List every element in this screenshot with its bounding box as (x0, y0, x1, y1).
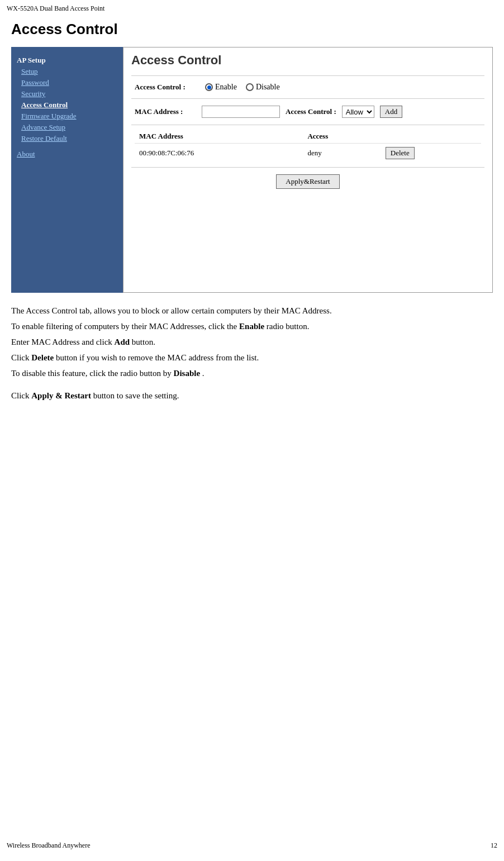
enable-radio-option[interactable]: Enable (205, 83, 237, 92)
content-area: AP Setup Setup Password Security Access … (11, 47, 493, 293)
sidebar-item-firmware-upgrade[interactable]: Firmware Upgrade (11, 111, 123, 122)
table-header-action (381, 130, 481, 144)
sidebar-section-label: AP Setup (11, 53, 123, 66)
desc-line3: Enter MAC Address and click Add button. (11, 335, 493, 349)
mac-address-row: MAC Address : Access Control : Allow Den… (131, 98, 484, 125)
mac-address-input[interactable] (202, 106, 280, 118)
sidebar-item-restore-default[interactable]: Restore Default (11, 133, 123, 144)
main-content: Access Control AP Setup Setup Password S… (0, 15, 504, 416)
add-button[interactable]: Add (380, 106, 402, 118)
disable-radio-option[interactable]: Disable (246, 83, 280, 92)
sidebar-item-advance-setup[interactable]: Advance Setup (11, 122, 123, 133)
mac-table-section: MAC Address Access 00:90:08:7C:06:76 den… (131, 125, 484, 167)
desc-line4: Click Delete button if you wish to remov… (11, 351, 493, 364)
sidebar-item-setup[interactable]: Setup (11, 66, 123, 77)
enable-radio-dot[interactable] (205, 83, 213, 91)
desc-delete-bold: Delete (31, 353, 54, 362)
access-control-select-label: Access Control : (286, 107, 336, 116)
desc-line1: The Access Control tab, allows you to bl… (11, 304, 493, 317)
desc-apply-bold: Apply & Restart (31, 391, 91, 400)
page-footer: Wireless Broadband Anywhere 12 (7, 841, 497, 850)
sidebar-item-password[interactable]: Password (11, 77, 123, 88)
disable-radio-dot[interactable] (246, 83, 254, 91)
table-header-mac: MAC Address (135, 130, 303, 144)
access-control-radio-group: Enable Disable (205, 83, 280, 92)
header-title: WX-5520A Dual Band Access Point (7, 4, 104, 12)
page-title: Access Control (11, 21, 493, 38)
page-header: WX-5520A Dual Band Access Point (0, 0, 504, 15)
table-cell-mac: 00:90:08:7C:06:76 (135, 144, 303, 163)
mac-table: MAC Address Access 00:90:08:7C:06:76 den… (135, 130, 481, 163)
sidebar-item-access-control[interactable]: Access Control (11, 99, 123, 111)
desc-line2: To enable filtering of computers by thei… (11, 320, 493, 333)
description-section: The Access Control tab, allows you to bl… (11, 304, 493, 402)
panel: Access Control Access Control : Enable D… (123, 47, 493, 293)
enable-label: Enable (215, 83, 237, 92)
desc-line6: Click Apply & Restart button to save the… (11, 389, 493, 402)
desc-disable-bold: Disable (174, 369, 201, 378)
sidebar-item-about[interactable]: About (11, 144, 123, 160)
access-control-row-label: Access Control : (135, 83, 196, 92)
desc-add-bold: Add (115, 337, 130, 346)
apply-row: Apply&Restart (131, 167, 484, 196)
delete-button[interactable]: Delete (386, 147, 415, 159)
table-header-access: Access (303, 130, 381, 144)
mac-address-label: MAC Address : (135, 107, 196, 116)
panel-title: Access Control (131, 53, 484, 68)
sidebar-item-security[interactable]: Security (11, 88, 123, 99)
sidebar: AP Setup Setup Password Security Access … (11, 47, 123, 293)
table-cell-delete: Delete (381, 144, 481, 163)
table-row: 00:90:08:7C:06:76 deny Delete (135, 144, 481, 163)
desc-enable-bold: Enable (239, 322, 264, 331)
footer-left: Wireless Broadband Anywhere (7, 841, 90, 850)
access-control-select[interactable]: Allow Deny (342, 106, 374, 118)
desc-line5: To disable this feature, click the radio… (11, 367, 493, 380)
access-control-toggle-row: Access Control : Enable Disable (131, 75, 484, 98)
table-cell-access: deny (303, 144, 381, 163)
disable-label: Disable (256, 83, 280, 92)
footer-page-number: 12 (491, 841, 497, 850)
apply-restart-button[interactable]: Apply&Restart (276, 174, 339, 189)
